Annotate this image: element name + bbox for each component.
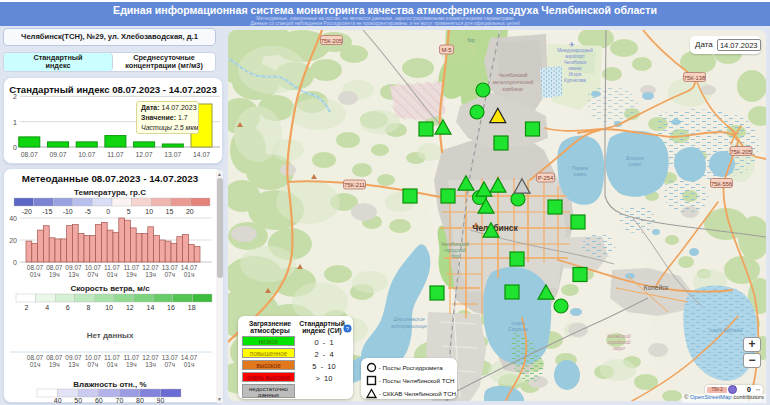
svg-text:40: 40 <box>54 397 62 404</box>
svg-text:-10: -10 <box>63 208 73 215</box>
svg-text:10: 10 <box>145 208 153 215</box>
svg-text:70: 70 <box>116 397 124 404</box>
svg-text:комбинат: комбинат <box>503 87 525 92</box>
svg-text:07ч: 07ч <box>87 361 98 368</box>
svg-text:13ч: 13ч <box>68 361 79 368</box>
svg-text:19ч: 19ч <box>126 271 137 278</box>
svg-text:19ч: 19ч <box>49 271 60 278</box>
svg-text:Международный: Международный <box>557 47 593 53</box>
svg-text:Игоря: Игоря <box>569 72 582 77</box>
svg-text:8: 8 <box>86 304 90 311</box>
svg-text:2: 2 <box>25 304 29 311</box>
svg-text:40: 40 <box>9 215 17 222</box>
svg-text:01ч: 01ч <box>30 361 41 368</box>
svg-text:бор: бор <box>451 254 459 259</box>
svg-text:01ч: 01ч <box>30 271 41 278</box>
svg-text:20: 20 <box>186 208 194 215</box>
svg-text:Курчатова: Курчатова <box>564 78 586 83</box>
svg-text:80: 80 <box>136 397 144 404</box>
svg-text:Шершневское: Шершневское <box>393 317 425 322</box>
svg-text:75К-205: 75К-205 <box>321 38 342 44</box>
svg-text:-20: -20 <box>22 208 32 215</box>
svg-text:13ч: 13ч <box>145 361 156 368</box>
svg-text:✈: ✈ <box>569 41 575 48</box>
svg-text:округ: округ <box>613 346 626 351</box>
svg-text:75К-205: 75К-205 <box>730 149 751 155</box>
svg-text:Копейск: Копейск <box>644 284 668 291</box>
svg-text:60: 60 <box>95 397 103 404</box>
svg-text:Второе: Второе <box>626 156 644 161</box>
svg-text:01ч: 01ч <box>107 361 118 368</box>
svg-text:М-5: М-5 <box>442 47 452 53</box>
svg-text:0: 0 <box>106 208 110 215</box>
svg-text:Температура, гр.С: Температура, гр.С <box>74 188 146 197</box>
svg-text:10: 10 <box>105 304 113 311</box>
svg-text:Скорость ветра, м/с: Скорость ветра, м/с <box>70 284 150 293</box>
svg-text:имени: имени <box>568 66 582 71</box>
svg-text:Первое: Первое <box>572 166 589 171</box>
svg-text:50: 50 <box>74 397 82 404</box>
svg-text:13ч: 13ч <box>145 271 156 278</box>
svg-text:Нет данных: Нет данных <box>87 331 134 340</box>
svg-text:бор: бор <box>467 38 475 43</box>
svg-text:озеро Курлады: озеро Курлады <box>709 328 743 333</box>
svg-text:01ч: 01ч <box>184 271 195 278</box>
svg-text:19ч: 19ч <box>49 361 60 368</box>
svg-text:озеро: озеро <box>574 172 587 177</box>
svg-text:озеро: озеро <box>512 321 525 326</box>
svg-text:20: 20 <box>9 237 17 244</box>
svg-text:Р-254: Р-254 <box>538 175 554 181</box>
svg-text:Челябинский: Челябинский <box>441 241 469 247</box>
svg-text:16: 16 <box>167 304 175 311</box>
svg-text:Челябинск: Челябинск <box>564 60 588 65</box>
svg-text:6: 6 <box>66 304 70 311</box>
svg-text:водохранилище: водохранилище <box>391 324 427 329</box>
svg-text:19ч: 19ч <box>126 361 137 368</box>
svg-text:5: 5 <box>127 208 131 215</box>
svg-text:0: 0 <box>13 259 17 266</box>
svg-text:13ч: 13ч <box>68 271 79 278</box>
svg-text:Метеоданные 08.07.2023 - 14.07: Метеоданные 08.07.2023 - 14.07.2023 <box>22 173 199 184</box>
svg-text:-15: -15 <box>42 208 52 215</box>
svg-text:15: 15 <box>166 208 174 215</box>
svg-text:07ч: 07ч <box>164 271 175 278</box>
svg-text:Челябинский: Челябинский <box>498 72 527 78</box>
svg-text:90: 90 <box>157 397 165 404</box>
svg-text:07ч: 07ч <box>164 361 175 368</box>
svg-text:озеро: озеро <box>629 162 642 167</box>
svg-text:-5: -5 <box>85 208 91 215</box>
svg-text:75К-138: 75К-138 <box>684 75 705 81</box>
svg-text:01ч: 01ч <box>107 271 118 278</box>
svg-text:городской: городской <box>608 339 631 345</box>
svg-text:01ч: 01ч <box>184 361 195 368</box>
svg-text:12: 12 <box>126 304 134 311</box>
svg-text:4: 4 <box>45 304 49 311</box>
svg-text:аэропорт: аэропорт <box>565 54 586 59</box>
svg-text:Смолино: Смолино <box>508 327 528 332</box>
svg-text:18: 18 <box>188 304 196 311</box>
svg-text:металлургический: металлургический <box>493 79 534 85</box>
svg-text:Копейский: Копейский <box>607 333 631 339</box>
svg-text:Влажность отн., %: Влажность отн., % <box>73 380 146 389</box>
svg-text:07ч: 07ч <box>87 271 98 278</box>
svg-text:75К-556: 75К-556 <box>711 181 732 187</box>
svg-text:городской: городской <box>444 247 466 253</box>
svg-text:75К-211: 75К-211 <box>344 182 365 188</box>
svg-text:14: 14 <box>147 304 155 311</box>
